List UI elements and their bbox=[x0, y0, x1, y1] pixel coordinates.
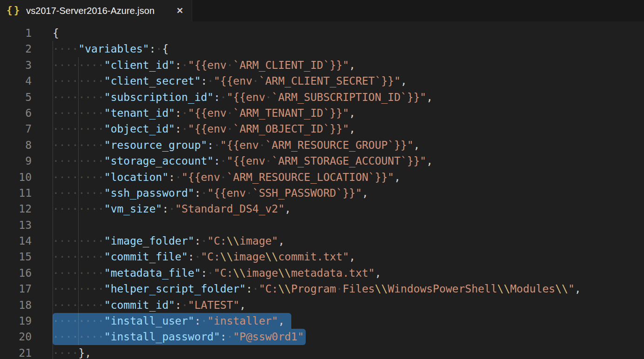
line-number[interactable]: 20 bbox=[0, 329, 32, 345]
token: "vm_size" bbox=[104, 203, 162, 215]
line-number[interactable]: 8 bbox=[0, 137, 32, 153]
token: "{{env bbox=[214, 75, 252, 87]
line-number[interactable]: 11 bbox=[0, 185, 32, 201]
token: , bbox=[285, 203, 291, 215]
token: "C: bbox=[214, 267, 233, 279]
line-number[interactable]: 3 bbox=[0, 57, 32, 73]
code-line[interactable]: 9········"storage_account":·"{{env·`ARM_… bbox=[0, 153, 644, 169]
token: : bbox=[175, 107, 181, 119]
token: "commit_file" bbox=[104, 251, 188, 263]
code-line[interactable]: 5········"subscription_id":·"{{env·`ARM_… bbox=[0, 89, 644, 105]
code-line[interactable]: 12········"vm_size":·"Standard_DS4_v2", bbox=[0, 201, 644, 217]
editor-lines: 1{2····"variables":·{3········"client_id… bbox=[0, 21, 644, 359]
code-line[interactable]: 21····}, bbox=[0, 345, 644, 359]
line-number[interactable]: 9 bbox=[0, 153, 32, 169]
token: \\ bbox=[278, 283, 291, 295]
code-line[interactable]: 20········"install_password":·"P@ssw0rd1… bbox=[0, 329, 644, 345]
line-number[interactable]: 13 bbox=[0, 217, 32, 233]
whitespace-dots: ········ bbox=[53, 267, 104, 279]
whitespace-dots: ········ bbox=[53, 251, 104, 263]
token: , bbox=[394, 171, 401, 183]
token: `ARM_TENANT_ID`}}" bbox=[233, 107, 349, 119]
token: "install_user" bbox=[104, 315, 195, 327]
tab-close-icon[interactable]: ✕ bbox=[175, 6, 184, 16]
line-number[interactable]: 10 bbox=[0, 169, 32, 185]
token: "{{env bbox=[207, 187, 246, 199]
token: , bbox=[426, 155, 433, 167]
code-line[interactable]: 13 bbox=[0, 217, 644, 233]
code-line[interactable]: 19········"install_user":·"installer", bbox=[0, 313, 644, 329]
line-number[interactable]: 2 bbox=[0, 41, 32, 57]
token: "storage_account" bbox=[104, 155, 214, 167]
whitespace-dots: · bbox=[252, 283, 259, 295]
line-number[interactable]: 18 bbox=[0, 297, 32, 313]
whitespace-dots: · bbox=[181, 123, 188, 135]
code-text: ········"tenant_id":·"{{env·`ARM_TENANT_… bbox=[53, 105, 356, 121]
whitespace-dots: · bbox=[181, 59, 188, 71]
code-line[interactable]: 6········"tenant_id":·"{{env·`ARM_TENANT… bbox=[0, 105, 644, 121]
editor[interactable]: 1{2····"variables":·{3········"client_id… bbox=[0, 21, 644, 359]
line-number[interactable]: 15 bbox=[0, 249, 32, 265]
line-number[interactable]: 12 bbox=[0, 201, 32, 217]
code-text: ········"ssh_password":·"{{env·`SSH_PASS… bbox=[53, 185, 369, 201]
token: , bbox=[349, 123, 356, 135]
code-line[interactable]: 8········"resource_group":·"{{env·`ARM_R… bbox=[0, 137, 644, 153]
code-line[interactable]: 1{ bbox=[0, 25, 644, 41]
tab-active-file[interactable]: {} vs2017-Server2016-Azure.json ✕ bbox=[0, 0, 192, 21]
token: image bbox=[246, 267, 278, 279]
token: : bbox=[214, 91, 220, 103]
token: \\ bbox=[497, 283, 510, 295]
whitespace-dots: · bbox=[220, 171, 227, 183]
token: : bbox=[162, 203, 168, 215]
line-number[interactable]: 21 bbox=[0, 345, 32, 359]
code-line[interactable]: 14········"image_folder":·"C:\\image", bbox=[0, 233, 644, 249]
code-line[interactable]: 3········"client_id":·"{{env·`ARM_CLIENT… bbox=[0, 57, 644, 73]
whitespace-dots: · bbox=[220, 155, 227, 167]
token: "resource_group" bbox=[104, 139, 208, 151]
token: "metadata_file" bbox=[104, 267, 201, 279]
token: , bbox=[401, 75, 407, 87]
token: "{{env bbox=[227, 155, 265, 167]
whitespace-dots: · bbox=[265, 155, 272, 167]
code-text: ········"vm_size":·"Standard_DS4_v2", bbox=[53, 201, 291, 217]
whitespace-dots: ········ bbox=[53, 171, 104, 183]
token: \\ bbox=[220, 251, 233, 263]
whitespace-dots: · bbox=[201, 235, 208, 247]
line-number[interactable]: 16 bbox=[0, 265, 32, 281]
line-number[interactable]: 1 bbox=[0, 25, 32, 41]
code-line[interactable]: 2····"variables":·{ bbox=[0, 41, 644, 57]
token: "install_password" bbox=[104, 331, 220, 343]
code-line[interactable]: 16········"metadata_file":·"C:\\image\\m… bbox=[0, 265, 644, 281]
whitespace-dots: · bbox=[246, 187, 252, 199]
token: , bbox=[349, 251, 356, 263]
token: "{{env bbox=[227, 91, 265, 103]
code-line[interactable]: 4········"client_secret":·"{{env·`ARM_CL… bbox=[0, 73, 644, 89]
line-number[interactable]: 7 bbox=[0, 121, 32, 137]
code-line[interactable]: 10········"location":·"{{env·`ARM_RESOUR… bbox=[0, 169, 644, 185]
code-text: ····}, bbox=[53, 345, 91, 359]
token: "ssh_password" bbox=[104, 187, 195, 199]
token: }, bbox=[78, 347, 91, 359]
json-file-icon: {} bbox=[7, 5, 21, 16]
whitespace-dots: · bbox=[252, 75, 259, 87]
tab-bar: {} vs2017-Server2016-Azure.json ✕ bbox=[0, 0, 644, 21]
code-line[interactable]: 15········"commit_file":·"C:\\image\\com… bbox=[0, 249, 644, 265]
code-line[interactable]: 18········"commit_id":·"LATEST", bbox=[0, 297, 644, 313]
code-line[interactable]: 7········"object_id":·"{{env·`ARM_OBJECT… bbox=[0, 121, 644, 137]
token: \\ bbox=[233, 267, 246, 279]
line-number[interactable]: 14 bbox=[0, 233, 32, 249]
code-line[interactable]: 11········"ssh_password":·"{{env·`SSH_PA… bbox=[0, 185, 644, 201]
line-number[interactable]: 5 bbox=[0, 89, 32, 105]
line-number[interactable]: 17 bbox=[0, 281, 32, 297]
token: : bbox=[246, 283, 252, 295]
code-text: ········"storage_account":·"{{env·`ARM_S… bbox=[53, 153, 433, 169]
line-number[interactable]: 4 bbox=[0, 73, 32, 89]
line-number[interactable]: 6 bbox=[0, 105, 32, 121]
whitespace-dots: · bbox=[195, 251, 201, 263]
token: `ARM_SUBSCRIPTION_ID`}}" bbox=[272, 91, 426, 103]
token: { bbox=[53, 27, 59, 39]
token: : bbox=[175, 299, 181, 311]
token: `ARM_OBJECT_ID`}}" bbox=[233, 123, 349, 135]
code-line[interactable]: 17········"helper_script_folder":·"C:\\P… bbox=[0, 281, 644, 297]
line-number[interactable]: 19 bbox=[0, 313, 32, 329]
